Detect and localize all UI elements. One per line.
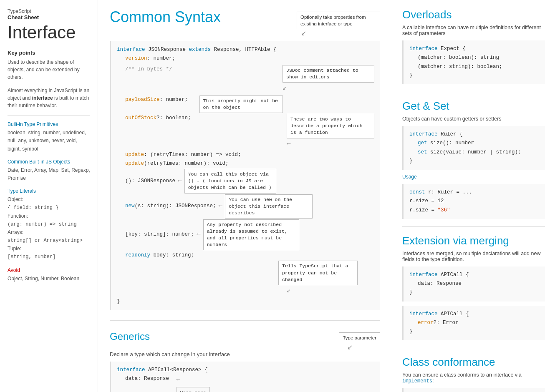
common-objects-title: Common Built-in JS Objects: [8, 159, 90, 165]
class-code-1: interface Syncable { sync(): void }: [402, 388, 545, 392]
extension-code-2: interface APICall { error?: Error }: [402, 306, 545, 341]
key-points-heading: Key points: [8, 50, 90, 56]
type-literals-title: Type Literals: [8, 188, 90, 194]
get-set-title: Get & Set: [402, 100, 545, 113]
extension-title: Extension via merging: [402, 234, 545, 247]
interface-code-block: interface JSONResponse extends Response,…: [110, 41, 380, 310]
avoid-text: Object, String, Number, Boolean: [8, 275, 90, 283]
class-desc: You can ensure a class conforms to an in…: [402, 372, 545, 384]
right-divider-3: [402, 348, 545, 348]
primitives-text: boolean, string, number, undefined, null…: [8, 129, 90, 153]
jsdoc-callout-box: JSDoc comment attached to show in editor…: [283, 65, 374, 83]
divider-1: [8, 115, 90, 116]
extension-desc: Interfaces are merged, so multiple decla…: [402, 251, 545, 262]
get-set-code: interface Ruler { get size(): number set…: [402, 126, 545, 170]
right-panel: Overloads A callable interface can have …: [392, 0, 555, 392]
overloads-desc: A callable interface can have multiple d…: [402, 25, 545, 36]
common-objects-text: Date, Error, Array, Map, Set, Regexp, Pr…: [8, 166, 90, 182]
sidebar-title: Cheat Sheet: [8, 14, 90, 20]
sidebar: TypeScript Cheat Sheet Interface Key poi…: [0, 0, 98, 392]
right-divider-1: [402, 92, 545, 92]
overloads-title: Overloads: [402, 8, 545, 21]
right-divider-2: [402, 226, 545, 227]
main-content: Common Syntax Optionally take properties…: [98, 0, 392, 392]
class-title: Class conformance: [402, 356, 545, 369]
type-literals-content: Object: { field: string } Function: (arg…: [8, 196, 90, 261]
key-points-text1: Used to describe the shape of objects, a…: [8, 58, 90, 81]
generics-code-block: interface APICall<Response> { data: Resp…: [110, 362, 380, 392]
sidebar-label: TypeScript: [8, 8, 90, 14]
overloads-code: interface Expect { (matcher: boolean): s…: [402, 40, 545, 84]
key-points-text2: Almost everything in JavaScript is an ob…: [8, 87, 90, 109]
index-callout-box: Any property not described already is as…: [203, 219, 299, 250]
avoid-title: Avoid: [8, 267, 90, 273]
get-set-desc: Objects can have custom getters or sette…: [402, 116, 545, 122]
common-syntax-title: Common Syntax: [110, 8, 221, 26]
callable-callout-box: You can call this object via () - ( func…: [184, 169, 276, 193]
readonly-callout-box: Tells TypeScript that a property can not…: [278, 261, 358, 285]
sidebar-main-title: Interface: [8, 23, 90, 42]
main-divider-1: [110, 320, 380, 321]
function-callout-box: These are two ways to describe a propert…: [287, 114, 374, 138]
type-param-callout-box: Type parameter: [339, 332, 380, 343]
get-set-usage-code: const r: Ruler = ... r.size = 12 r.size …: [402, 184, 545, 219]
generics-desc: Declare a type which can change in your …: [110, 351, 380, 357]
primitives-title: Built-in Type Primitives: [8, 121, 90, 127]
used-here-box: Used here: [177, 387, 210, 392]
get-set-usage-label: Usage: [402, 174, 545, 180]
extension-code-1: interface APICall { data: Response }: [402, 266, 545, 302]
generics-title: Generics: [110, 331, 150, 342]
callout-top-box: Optionally take properties from existing…: [297, 12, 380, 29]
optional-callout-box: This property might not be on the object: [199, 95, 283, 113]
new-callout-box: You can use new on the object this inter…: [225, 194, 313, 219]
